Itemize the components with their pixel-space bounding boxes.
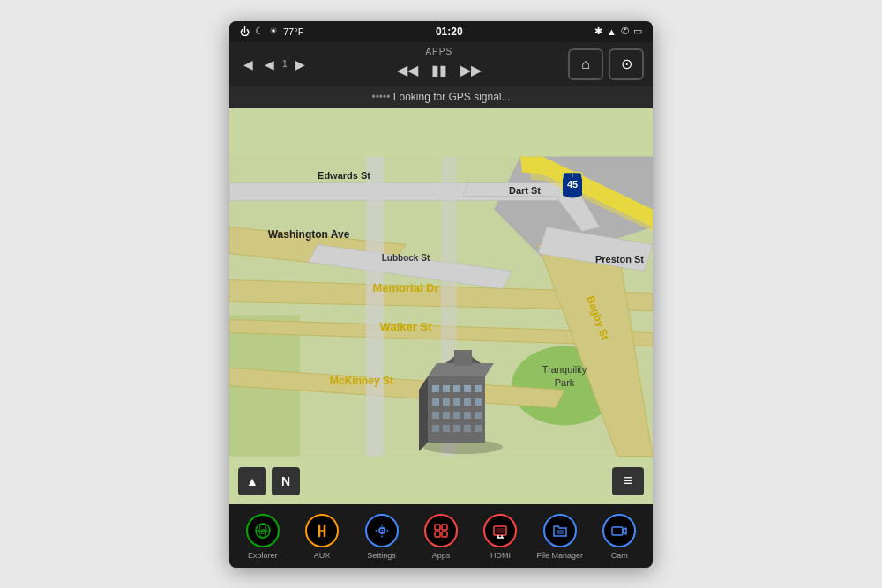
gps-bar: ••••• Looking for GPS signal... <box>229 86 653 108</box>
svg-rect-44 <box>464 398 471 406</box>
svg-rect-43 <box>453 398 460 406</box>
svg-rect-36 <box>432 385 439 392</box>
svg-rect-51 <box>432 425 439 432</box>
track-number: 1 <box>282 59 288 69</box>
svg-rect-69 <box>435 532 440 537</box>
status-right: ✱ ▲ ✆ ▭ <box>594 26 642 37</box>
svg-text:Edwards St: Edwards St <box>318 169 370 180</box>
svg-rect-78 <box>612 527 623 535</box>
nav-item-apps[interactable]: Apps <box>416 514 466 560</box>
hdmi-label: HDMI <box>490 551 511 560</box>
compass-n-button[interactable]: N <box>272 467 300 495</box>
settings-icon: ⚙ <box>365 514 399 547</box>
svg-text:Walker St: Walker St <box>380 319 432 332</box>
svg-rect-47 <box>443 412 450 419</box>
svg-rect-41 <box>432 398 439 406</box>
svg-text:Park: Park <box>555 376 575 387</box>
svg-rect-38 <box>453 385 460 392</box>
apps-icon <box>424 514 458 547</box>
next-track-button[interactable]: ▶▶ <box>460 58 482 81</box>
svg-text:Preston St: Preston St <box>595 253 644 264</box>
svg-rect-55 <box>475 425 482 432</box>
svg-marker-79 <box>623 528 626 534</box>
hdmi-icon <box>483 514 517 547</box>
back2-button[interactable]: ◀ <box>259 55 279 74</box>
svg-rect-52 <box>443 425 450 432</box>
svg-text:McKinney St: McKinney St <box>330 374 393 386</box>
wifi-icon: ▲ <box>607 26 617 37</box>
explorer-label: Explorer <box>248 551 278 560</box>
apps-section: APPS ◀◀ ▮▮ ▶▶ <box>318 47 561 81</box>
svg-text:Washington Ave: Washington Ave <box>268 227 350 240</box>
svg-text:Tranquility: Tranquility <box>542 363 587 374</box>
svg-text:Memorial Dr: Memorial Dr <box>372 280 438 294</box>
svg-rect-37 <box>443 385 450 392</box>
apps-label: Apps <box>432 551 451 560</box>
svg-rect-68 <box>442 525 447 530</box>
power-icon: ⏻ <box>240 26 250 37</box>
svg-text:Lubbock St: Lubbock St <box>382 252 430 262</box>
cam-icon <box>602 514 636 547</box>
aux-icon <box>305 514 339 547</box>
svg-marker-34 <box>419 376 428 451</box>
prev-track-button[interactable]: ◀◀ <box>396 58 419 81</box>
moon-icon: ☾ <box>255 26 264 37</box>
svg-rect-48 <box>453 412 460 419</box>
svg-rect-40 <box>475 385 482 392</box>
svg-rect-54 <box>464 425 471 432</box>
home-button[interactable]: ⌂ <box>568 48 603 80</box>
svg-rect-16 <box>366 156 384 456</box>
svg-text:⚙: ⚙ <box>377 524 386 536</box>
map-area[interactable]: 45 I Edwards St Dart St Washington Ave L… <box>229 108 653 504</box>
nav-item-cam[interactable]: Cam <box>594 514 644 560</box>
play-pause-button[interactable]: ▮▮ <box>428 58 451 81</box>
svg-rect-72 <box>496 528 505 533</box>
svg-rect-49 <box>464 412 471 419</box>
action-buttons: ⌂ ⊙ <box>568 48 644 80</box>
aux-label: AUX <box>314 551 331 560</box>
nav-item-filemanager[interactable]: File Manager <box>535 514 585 560</box>
forward-button[interactable]: ▶ <box>291 55 310 74</box>
status-time: 01:20 <box>436 26 463 38</box>
svg-rect-57 <box>454 350 472 366</box>
filemanager-icon <box>543 514 577 547</box>
bottom-nav: e Explorer AUX <box>229 504 653 568</box>
bluetooth-icon: ✱ <box>594 26 602 37</box>
svg-text:e: e <box>260 526 265 536</box>
nav-item-settings[interactable]: ⚙ Settings <box>357 514 407 560</box>
nav-arrows: ◀ ◀ 1 ▶ <box>238 55 310 74</box>
svg-rect-42 <box>443 398 450 406</box>
svg-text:45: 45 <box>567 178 578 189</box>
device-frame: ⏻ ☾ ☀ 77°F 01:20 ✱ ▲ ✆ ▭ ◀ ◀ 1 ▶ APPS ◀◀… <box>229 21 653 568</box>
svg-rect-39 <box>464 385 471 392</box>
svg-rect-45 <box>475 398 482 406</box>
nav-item-hdmi[interactable]: HDMI <box>475 514 525 560</box>
media-controls: ◀◀ ▮▮ ▶▶ <box>396 58 482 81</box>
gps-message: Looking for GPS signal... <box>393 91 511 103</box>
battery-icon: ▭ <box>633 26 642 37</box>
svg-rect-50 <box>475 412 482 419</box>
apps-label: APPS <box>425 47 452 56</box>
filemanager-label: File Manager <box>537 551 584 560</box>
nav-item-aux[interactable]: AUX <box>297 514 347 560</box>
svg-rect-70 <box>442 532 447 537</box>
back-button[interactable]: ◀ <box>238 55 258 74</box>
map-menu-button[interactable]: ≡ <box>612 467 644 495</box>
status-left: ⏻ ☾ ☀ 77°F <box>240 26 303 37</box>
svg-rect-46 <box>432 412 439 419</box>
nav-item-explorer[interactable]: e Explorer <box>238 514 288 560</box>
status-bar: ⏻ ☾ ☀ 77°F 01:20 ✱ ▲ ✆ ▭ <box>229 21 653 42</box>
target-button[interactable]: ⊙ <box>609 48 644 80</box>
settings-label: Settings <box>367 551 396 560</box>
compass-up-button[interactable]: ▲ <box>238 467 266 495</box>
sun-icon: ☀ <box>269 26 278 37</box>
svg-rect-53 <box>453 425 460 432</box>
signal-icon: ✆ <box>621 26 629 37</box>
explorer-icon: e <box>246 514 280 547</box>
svg-rect-67 <box>435 525 440 530</box>
map-controls: ▲ N <box>238 467 300 495</box>
cam-label: Cam <box>611 551 628 560</box>
svg-text:Dart St: Dart St <box>509 184 541 195</box>
temperature: 77°F <box>283 26 303 37</box>
control-bar: ◀ ◀ 1 ▶ APPS ◀◀ ▮▮ ▶▶ ⌂ ⊙ <box>229 42 653 86</box>
